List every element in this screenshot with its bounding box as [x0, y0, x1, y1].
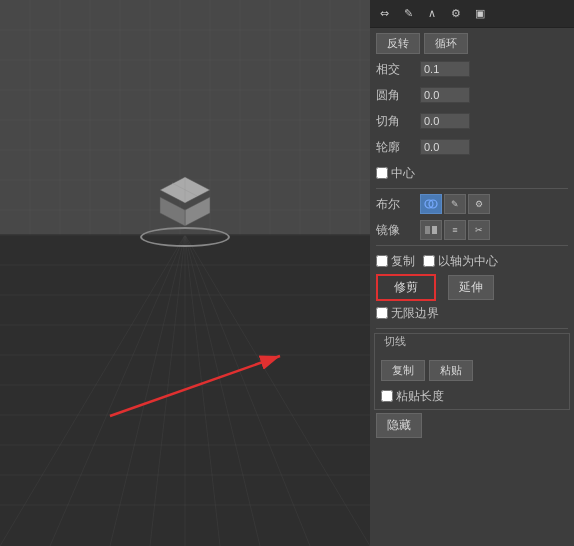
outline-input[interactable]: [420, 139, 470, 155]
outline-label: 轮廓: [376, 139, 416, 156]
bool-icon-3[interactable]: ⚙: [468, 194, 490, 214]
row-outline: 轮廓: [370, 134, 574, 160]
mirror-icon-1[interactable]: [420, 220, 442, 240]
object-ring: [140, 227, 230, 247]
chamfer-label: 切角: [376, 113, 416, 130]
infinite-checkbox[interactable]: [376, 307, 388, 319]
row-trim: 修剪 延伸: [370, 274, 574, 300]
svg-marker-41: [160, 197, 185, 226]
axis-checkbox[interactable]: [423, 255, 435, 267]
toolbar-icon-2[interactable]: ✎: [398, 4, 418, 24]
bool-label: 布尔: [376, 196, 416, 213]
row-fillet: 圆角: [370, 82, 574, 108]
paste-button[interactable]: 粘贴: [429, 360, 473, 381]
cutline-legend: 切线: [381, 334, 409, 349]
row-mirror: 镜像 ≡ ✂: [370, 217, 574, 243]
fillet-input[interactable]: [420, 87, 470, 103]
toolbar-icon-4[interactable]: ⚙: [446, 4, 466, 24]
chamfer-input[interactable]: [420, 113, 470, 129]
row-infinite: 无限边界: [370, 300, 574, 326]
main-container: ⇔ ✎ ∧ ⚙ ▣ 反转 循环 相交 圆角 切角: [0, 0, 574, 546]
fillet-label: 圆角: [376, 87, 416, 104]
divider-3: [376, 328, 568, 329]
svg-rect-50: [432, 226, 437, 234]
row-center: 中心: [370, 160, 574, 186]
center-checkbox-label[interactable]: 中心: [376, 165, 415, 182]
bool-icon-2[interactable]: ✎: [444, 194, 466, 214]
bool-icons: ✎ ⚙: [420, 194, 490, 214]
extend-button[interactable]: 延伸: [448, 275, 494, 300]
svg-marker-40: [185, 197, 210, 226]
toolbar-icon-1[interactable]: ⇔: [374, 4, 394, 24]
copy-checkbox[interactable]: [376, 255, 388, 267]
center-checkbox[interactable]: [376, 167, 388, 179]
paste-len-label[interactable]: 粘贴长度: [381, 388, 444, 405]
panel-toolbar: ⇔ ✎ ∧ ⚙ ▣: [370, 0, 574, 28]
row-intersect: 相交: [370, 56, 574, 82]
intersect-input[interactable]: [420, 61, 470, 77]
toolbar-icon-3[interactable]: ∧: [422, 4, 442, 24]
hide-button[interactable]: 隐藏: [376, 413, 422, 438]
viewport-bottom: [0, 240, 370, 546]
svg-rect-49: [425, 226, 430, 234]
bool-icon-1[interactable]: [420, 194, 442, 214]
infinite-checkbox-label[interactable]: 无限边界: [376, 305, 439, 322]
mirror-icons: ≡ ✂: [420, 220, 490, 240]
right-panel: ⇔ ✎ ∧ ⚙ ▣ 反转 循环 相交 圆角 切角: [370, 0, 574, 546]
cube-svg: [145, 155, 225, 235]
mirror-icon-3[interactable]: ✂: [468, 220, 490, 240]
paste-len-checkbox[interactable]: [381, 390, 393, 402]
row-copy-paste: 复制 粘贴: [375, 357, 569, 383]
trim-button[interactable]: 修剪: [376, 274, 436, 301]
divider-1: [376, 188, 568, 189]
viewport: [0, 0, 370, 546]
invert-button[interactable]: 反转: [376, 33, 420, 54]
divider-2: [376, 245, 568, 246]
toolbar-icon-5[interactable]: ▣: [470, 4, 490, 24]
mirror-label: 镜像: [376, 222, 416, 239]
loop-button[interactable]: 循环: [424, 33, 468, 54]
row-paste-len: 粘贴长度: [375, 383, 569, 409]
row-hide: 隐藏: [370, 412, 574, 438]
panel-body: 反转 循环 相交 圆角 切角 轮廓: [370, 28, 574, 546]
copy-button[interactable]: 复制: [381, 360, 425, 381]
cutline-section: 切线 复制 粘贴 粘贴长度: [374, 333, 570, 410]
row-bool: 布尔 ✎ ⚙: [370, 191, 574, 217]
row-copy-axis: 复制 以轴为中心: [370, 248, 574, 274]
3d-object: [140, 155, 230, 247]
intersect-label: 相交: [376, 61, 416, 78]
axis-checkbox-label[interactable]: 以轴为中心: [423, 253, 498, 270]
row-chamfer: 切角: [370, 108, 574, 134]
copy-checkbox-label[interactable]: 复制: [376, 253, 415, 270]
row-invert: 反转 循环: [370, 30, 574, 56]
mirror-icon-2[interactable]: ≡: [444, 220, 466, 240]
